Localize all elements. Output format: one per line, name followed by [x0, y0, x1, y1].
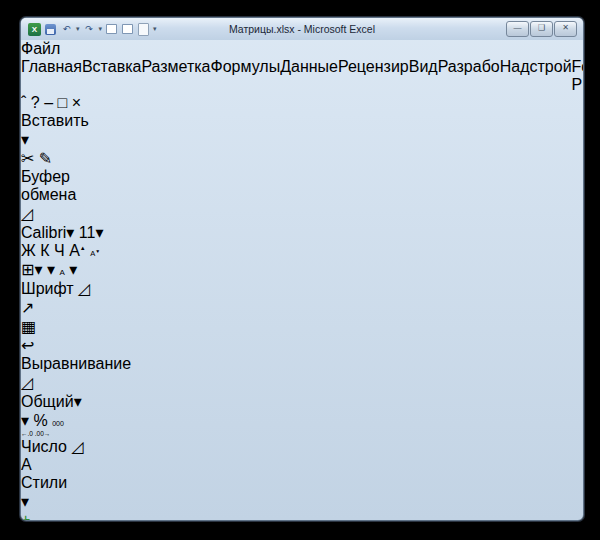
increase-decimal-button[interactable]: ←.0: [21, 430, 33, 437]
underline-button[interactable]: Ч: [54, 242, 65, 259]
shrink-font-button[interactable]: А▼: [90, 249, 100, 258]
orientation-button[interactable]: ↗: [21, 299, 34, 316]
paste-label: Вставить: [21, 112, 89, 129]
borders-button[interactable]: ⊞: [21, 261, 34, 278]
currency-format-button[interactable]: ▾: [21, 412, 29, 429]
comma-format-button[interactable]: 000: [52, 420, 64, 427]
minimize-ribbon-icon[interactable]: ˆ: [21, 94, 26, 111]
clipboard-group-label: Буфер обмена: [21, 168, 76, 203]
font-name-value: Calibri: [21, 224, 66, 241]
ribbon-corner-controls: ˆ ? – □ ×: [21, 94, 583, 112]
ribbon-tab-1[interactable]: Вставка: [82, 58, 141, 94]
styles-group: A Стили ▾: [21, 456, 59, 511]
styles-button[interactable]: A Стили ▾: [21, 456, 59, 511]
format-painter-button[interactable]: ✎: [39, 150, 52, 167]
font-size-select[interactable]: 11▾: [79, 224, 104, 241]
workbook-close-icon[interactable]: ×: [72, 94, 81, 111]
styles-arrow-icon: ▾: [21, 493, 29, 510]
workbook-restore-icon[interactable]: □: [58, 94, 68, 111]
number-group-label: Число: [21, 438, 67, 455]
ribbon-tab-8[interactable]: Надстрой: [500, 58, 572, 94]
ribbon: Вставить ▾ ✂ ✎ Буфер обмена ◿ Calibri▾ 1…: [21, 112, 583, 521]
cells-group: + Вставить▾ × Удалить▾ Формат▾ Ячейки: [21, 511, 87, 521]
alignment-dialog-launcher-icon[interactable]: ◿: [21, 374, 33, 391]
ribbon-tab-9[interactable]: Foxit PDF: [572, 58, 584, 94]
excel-window: X ↶▾ ↷▾ ▾ Матрицы.xlsx - Microsoft Excel…: [20, 17, 584, 521]
insert-cells-button[interactable]: + Вставить▾: [21, 511, 87, 521]
paste-button[interactable]: Вставить ▾: [21, 112, 93, 149]
ribbon-tab-7[interactable]: Разрабо: [438, 58, 500, 94]
title-bar: X ↶▾ ↷▾ ▾ Матрицы.xlsx - Microsoft Excel…: [21, 18, 583, 40]
percent-format-button[interactable]: %: [33, 412, 47, 429]
minimize-button[interactable]: —: [506, 21, 529, 37]
insert-cell-icon: +: [21, 511, 30, 521]
ribbon-tab-0[interactable]: Главная: [21, 58, 82, 94]
clipboard-dialog-launcher-icon[interactable]: ◿: [21, 205, 33, 222]
maximize-button[interactable]: ❑: [530, 21, 553, 37]
workbook-minimize-icon[interactable]: –: [44, 94, 53, 111]
cut-button[interactable]: ✂: [21, 150, 34, 167]
alignment-group-label: Выравнивание: [21, 355, 131, 372]
grow-font-button[interactable]: А▲: [69, 242, 86, 259]
font-name-select[interactable]: Calibri▾: [21, 224, 74, 241]
styles-label: Стили: [21, 474, 67, 491]
window-controls: — ❑ ✕: [506, 21, 577, 37]
alignment-group: ↗ ▦ ↩ Выравнивание ◿: [21, 298, 109, 392]
merge-center-button[interactable]: ▦: [21, 318, 36, 335]
font-color-a-icon: А: [59, 268, 64, 277]
file-tab[interactable]: Файл: [21, 40, 60, 57]
font-group-label: Шрифт: [21, 280, 74, 297]
ribbon-tab-row: Файл ГлавнаяВставкаРазметкаФормулыДанные…: [21, 40, 583, 112]
ribbon-tabs: ГлавнаяВставкаРазметкаФормулыДанныеРецен…: [21, 58, 583, 94]
italic-button[interactable]: К: [40, 242, 49, 259]
font-color-button[interactable]: А: [59, 261, 69, 278]
help-icon[interactable]: ?: [31, 94, 40, 111]
ribbon-tab-6[interactable]: Вид: [409, 58, 438, 94]
window-title: Матрицы.xlsx - Microsoft Excel: [21, 23, 583, 35]
bold-button[interactable]: Ж: [21, 242, 36, 259]
number-format-value: Общий: [21, 393, 74, 410]
ribbon-tab-4[interactable]: Данные: [280, 58, 338, 94]
ribbon-tab-3[interactable]: Формулы: [211, 58, 281, 94]
close-button[interactable]: ✕: [554, 21, 577, 37]
number-dialog-launcher-icon[interactable]: ◿: [71, 438, 83, 455]
font-group: Calibri▾ 11▾ Ж К Ч А▲ А▼ ⊞▾ ▾: [21, 223, 125, 298]
paste-arrow-icon: ▾: [21, 131, 29, 148]
font-dialog-launcher-icon[interactable]: ◿: [78, 280, 90, 297]
decrease-decimal-button[interactable]: .00→: [35, 430, 51, 437]
ribbon-tab-2[interactable]: Разметка: [141, 58, 210, 94]
number-format-select[interactable]: Общий▾: [21, 393, 82, 410]
number-group: Общий▾ ▾ % 000 ←.0 .00→ Число ◿: [21, 392, 87, 456]
wrap-text-button[interactable]: ↩: [21, 337, 34, 354]
ribbon-tab-5[interactable]: Рецензир: [338, 58, 409, 94]
font-size-value: 11: [79, 224, 96, 241]
clipboard-group: Вставить ▾ ✂ ✎ Буфер обмена ◿: [21, 112, 93, 223]
styles-a-icon: A: [21, 456, 31, 473]
